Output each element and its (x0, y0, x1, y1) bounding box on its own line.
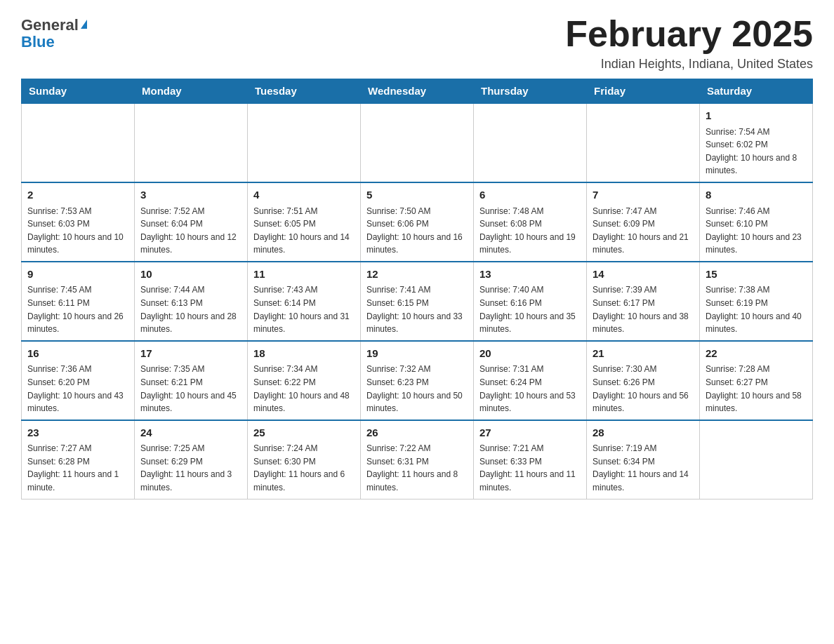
logo-general-text: General (21, 18, 79, 33)
calendar-table: SundayMondayTuesdayWednesdayThursdayFrid… (21, 79, 813, 499)
day-number: 10 (140, 267, 241, 283)
day-info: Sunrise: 7:27 AMSunset: 6:28 PMDaylight:… (27, 442, 128, 494)
day-info: Sunrise: 7:52 AMSunset: 6:04 PMDaylight:… (140, 205, 241, 257)
calendar-cell: 4Sunrise: 7:51 AMSunset: 6:05 PMDaylight… (248, 182, 361, 262)
calendar-cell (22, 103, 135, 182)
day-number: 23 (27, 425, 128, 441)
calendar-week-row: 23Sunrise: 7:27 AMSunset: 6:28 PMDayligh… (22, 420, 813, 499)
weekday-header-thursday: Thursday (474, 79, 587, 104)
day-number: 20 (479, 346, 581, 362)
day-number: 24 (140, 425, 241, 441)
day-info: Sunrise: 7:46 AMSunset: 6:10 PMDaylight:… (706, 205, 807, 257)
calendar-cell: 7Sunrise: 7:47 AMSunset: 6:09 PMDaylight… (587, 182, 700, 262)
day-info: Sunrise: 7:35 AMSunset: 6:21 PMDaylight:… (140, 363, 241, 415)
day-info: Sunrise: 7:45 AMSunset: 6:11 PMDaylight:… (27, 283, 128, 335)
calendar-week-row: 2Sunrise: 7:53 AMSunset: 6:03 PMDaylight… (22, 182, 813, 262)
day-info: Sunrise: 7:44 AMSunset: 6:13 PMDaylight:… (140, 283, 241, 335)
day-number: 7 (593, 187, 694, 203)
day-number: 15 (706, 267, 807, 283)
calendar-cell (700, 420, 813, 499)
day-info: Sunrise: 7:53 AMSunset: 6:03 PMDaylight:… (27, 205, 128, 257)
calendar-cell: 24Sunrise: 7:25 AMSunset: 6:29 PMDayligh… (135, 420, 248, 499)
calendar-body: 1Sunrise: 7:54 AMSunset: 6:02 PMDaylight… (22, 103, 813, 499)
calendar-cell: 18Sunrise: 7:34 AMSunset: 6:22 PMDayligh… (248, 341, 361, 420)
location-subtitle: Indian Heights, Indiana, United States (565, 57, 813, 72)
calendar-header: SundayMondayTuesdayWednesdayThursdayFrid… (22, 79, 813, 104)
day-info: Sunrise: 7:47 AMSunset: 6:09 PMDaylight:… (593, 205, 694, 257)
calendar-cell: 8Sunrise: 7:46 AMSunset: 6:10 PMDaylight… (700, 182, 813, 262)
weekday-header-tuesday: Tuesday (248, 79, 361, 104)
day-number: 1 (706, 108, 807, 124)
calendar-cell: 16Sunrise: 7:36 AMSunset: 6:20 PMDayligh… (22, 341, 135, 420)
calendar-cell: 2Sunrise: 7:53 AMSunset: 6:03 PMDaylight… (22, 182, 135, 262)
calendar-cell (248, 103, 361, 182)
page-header: General Blue February 2025 Indian Height… (21, 14, 813, 72)
calendar-cell: 1Sunrise: 7:54 AMSunset: 6:02 PMDaylight… (700, 103, 813, 182)
calendar-cell: 12Sunrise: 7:41 AMSunset: 6:15 PMDayligh… (361, 262, 474, 341)
weekday-header-sunday: Sunday (22, 79, 135, 104)
day-number: 19 (366, 346, 468, 362)
calendar-cell: 19Sunrise: 7:32 AMSunset: 6:23 PMDayligh… (361, 341, 474, 420)
logo-triangle-icon (81, 20, 87, 29)
calendar-cell: 14Sunrise: 7:39 AMSunset: 6:17 PMDayligh… (587, 262, 700, 341)
day-info: Sunrise: 7:43 AMSunset: 6:14 PMDaylight:… (253, 283, 355, 335)
day-number: 8 (706, 187, 807, 203)
day-number: 27 (479, 425, 581, 441)
day-number: 11 (253, 267, 355, 283)
logo-blue-text: Blue (21, 33, 55, 51)
day-info: Sunrise: 7:48 AMSunset: 6:08 PMDaylight:… (479, 205, 581, 257)
day-number: 6 (479, 187, 581, 203)
day-info: Sunrise: 7:41 AMSunset: 6:15 PMDaylight:… (366, 283, 468, 335)
calendar-week-row: 1Sunrise: 7:54 AMSunset: 6:02 PMDaylight… (22, 103, 813, 182)
day-info: Sunrise: 7:54 AMSunset: 6:02 PMDaylight:… (706, 126, 807, 177)
day-number: 9 (27, 267, 128, 283)
calendar-cell: 17Sunrise: 7:35 AMSunset: 6:21 PMDayligh… (135, 341, 248, 420)
day-number: 16 (27, 346, 128, 362)
day-number: 25 (253, 425, 355, 441)
day-info: Sunrise: 7:36 AMSunset: 6:20 PMDaylight:… (27, 363, 128, 415)
day-info: Sunrise: 7:22 AMSunset: 6:31 PMDaylight:… (366, 442, 468, 494)
day-info: Sunrise: 7:19 AMSunset: 6:34 PMDaylight:… (593, 442, 694, 494)
logo: General Blue (21, 14, 87, 51)
calendar-week-row: 16Sunrise: 7:36 AMSunset: 6:20 PMDayligh… (22, 341, 813, 420)
calendar-cell: 27Sunrise: 7:21 AMSunset: 6:33 PMDayligh… (474, 420, 587, 499)
calendar-cell: 23Sunrise: 7:27 AMSunset: 6:28 PMDayligh… (22, 420, 135, 499)
day-number: 13 (479, 267, 581, 283)
day-info: Sunrise: 7:25 AMSunset: 6:29 PMDaylight:… (140, 442, 241, 494)
day-info: Sunrise: 7:38 AMSunset: 6:19 PMDaylight:… (706, 283, 807, 335)
day-info: Sunrise: 7:31 AMSunset: 6:24 PMDaylight:… (479, 363, 581, 415)
calendar-cell: 15Sunrise: 7:38 AMSunset: 6:19 PMDayligh… (700, 262, 813, 341)
weekday-header-saturday: Saturday (700, 79, 813, 104)
calendar-cell (135, 103, 248, 182)
day-info: Sunrise: 7:39 AMSunset: 6:17 PMDaylight:… (593, 283, 694, 335)
day-info: Sunrise: 7:34 AMSunset: 6:22 PMDaylight:… (253, 363, 355, 415)
day-info: Sunrise: 7:51 AMSunset: 6:05 PMDaylight:… (253, 205, 355, 257)
calendar-cell: 20Sunrise: 7:31 AMSunset: 6:24 PMDayligh… (474, 341, 587, 420)
calendar-cell: 9Sunrise: 7:45 AMSunset: 6:11 PMDaylight… (22, 262, 135, 341)
weekday-header-wednesday: Wednesday (361, 79, 474, 104)
day-info: Sunrise: 7:24 AMSunset: 6:30 PMDaylight:… (253, 442, 355, 494)
calendar-cell: 5Sunrise: 7:50 AMSunset: 6:06 PMDaylight… (361, 182, 474, 262)
day-number: 3 (140, 187, 241, 203)
calendar-cell (474, 103, 587, 182)
calendar-cell: 25Sunrise: 7:24 AMSunset: 6:30 PMDayligh… (248, 420, 361, 499)
day-number: 21 (593, 346, 694, 362)
calendar-week-row: 9Sunrise: 7:45 AMSunset: 6:11 PMDaylight… (22, 262, 813, 341)
day-number: 12 (366, 267, 468, 283)
day-number: 5 (366, 187, 468, 203)
day-info: Sunrise: 7:40 AMSunset: 6:16 PMDaylight:… (479, 283, 581, 335)
day-number: 22 (706, 346, 807, 362)
day-info: Sunrise: 7:30 AMSunset: 6:26 PMDaylight:… (593, 363, 694, 415)
day-info: Sunrise: 7:28 AMSunset: 6:27 PMDaylight:… (706, 363, 807, 415)
day-number: 26 (366, 425, 468, 441)
calendar-cell (587, 103, 700, 182)
calendar-cell: 11Sunrise: 7:43 AMSunset: 6:14 PMDayligh… (248, 262, 361, 341)
calendar-cell: 6Sunrise: 7:48 AMSunset: 6:08 PMDaylight… (474, 182, 587, 262)
day-number: 14 (593, 267, 694, 283)
weekday-header-friday: Friday (587, 79, 700, 104)
day-info: Sunrise: 7:32 AMSunset: 6:23 PMDaylight:… (366, 363, 468, 415)
calendar-cell: 10Sunrise: 7:44 AMSunset: 6:13 PMDayligh… (135, 262, 248, 341)
title-block: February 2025 Indian Heights, Indiana, U… (565, 14, 813, 72)
day-number: 17 (140, 346, 241, 362)
day-number: 18 (253, 346, 355, 362)
